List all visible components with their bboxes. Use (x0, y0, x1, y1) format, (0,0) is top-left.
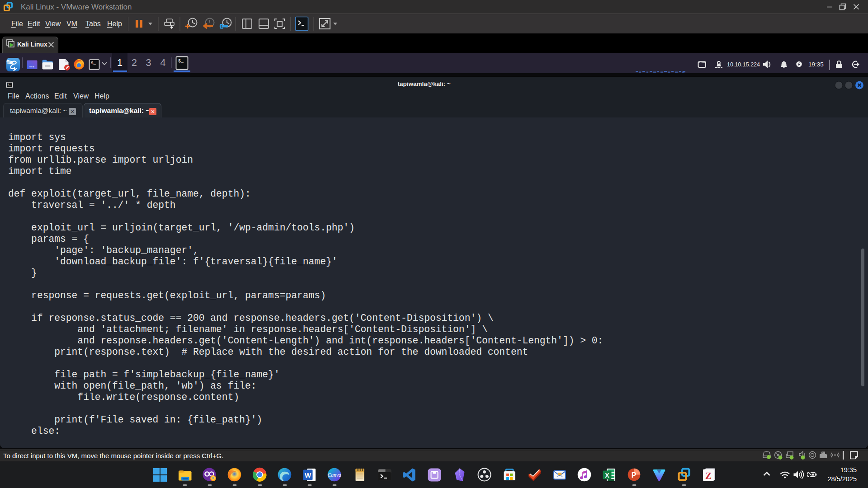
svg-text:W: W (305, 471, 311, 479)
svg-text:X: X (605, 472, 609, 479)
svg-text:P: P (632, 471, 637, 479)
svg-text:19:35: 19:35 (808, 61, 824, 68)
svg-text:10.10.15.224: 10.10.15.224 (727, 61, 760, 68)
svg-text:Z: Z (705, 470, 712, 481)
svg-text:$_: $_ (178, 59, 184, 64)
svg-text:2: 2 (132, 57, 137, 68)
svg-text:Canva: Canva (327, 472, 341, 478)
svg-text:4: 4 (160, 57, 166, 68)
svg-text:$_: $_ (8, 83, 11, 86)
svg-text:1: 1 (117, 57, 123, 68)
svg-text:$_: $_ (91, 61, 96, 66)
svg-text:3: 3 (146, 57, 151, 68)
